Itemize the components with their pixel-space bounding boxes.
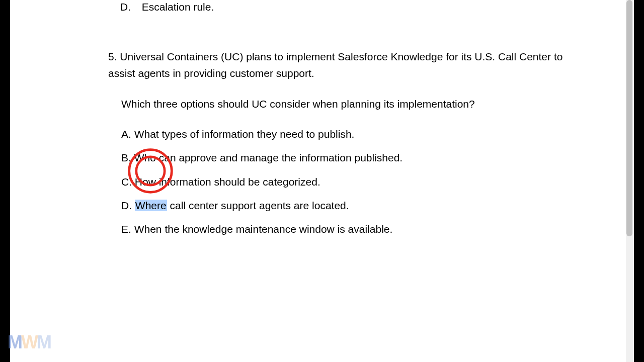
prev-question-option-d: D. Escalation rule. [120,0,564,14]
scrollbar-thumb[interactable] [626,0,632,236]
vertical-scrollbar[interactable] [626,0,633,362]
watermark-w: W [21,332,37,352]
option-letter: D. [120,1,131,13]
option-letter: E. [121,223,131,235]
option-text: Who can approve and manage the informati… [134,152,403,163]
option-b: B. Who can approve and manage the inform… [121,150,564,165]
selected-text[interactable]: Where [135,200,167,211]
option-text: When the knowledge maintenance window is… [134,223,393,235]
option-letter: B. [121,152,131,163]
question-body: Universal Containers (UC) plans to imple… [108,51,562,79]
option-c: C. How information should be categorized… [121,174,564,189]
option-letter: D. [121,200,132,211]
watermark-m1: M [8,332,21,352]
option-text: What types of information they need to p… [134,128,355,140]
option-a: A. What types of information they need t… [121,127,564,141]
watermark-logo: MWM [8,332,50,353]
video-frame: D. Escalation rule. 5. Universal Contain… [0,0,644,362]
question-5-sub: Which three options should UC consider w… [121,97,564,111]
question-number: 5. [108,51,117,62]
document-content: D. Escalation rule. 5. Universal Contain… [30,0,614,237]
option-d: D. Where call center support agents are … [121,198,564,213]
option-e: E. When the knowledge maintenance window… [121,222,564,236]
question-5-text: 5. Universal Containers (UC) plans to im… [108,49,564,81]
option-text-rest: call center support agents are located. [167,200,349,211]
option-text: How information should be categorized. [135,176,320,188]
document-page: D. Escalation rule. 5. Universal Contain… [10,0,634,362]
option-letter: C. [121,176,132,188]
option-text: Escalation rule. [142,1,214,13]
option-letter: A. [121,128,131,140]
watermark-m2: M [37,332,50,352]
